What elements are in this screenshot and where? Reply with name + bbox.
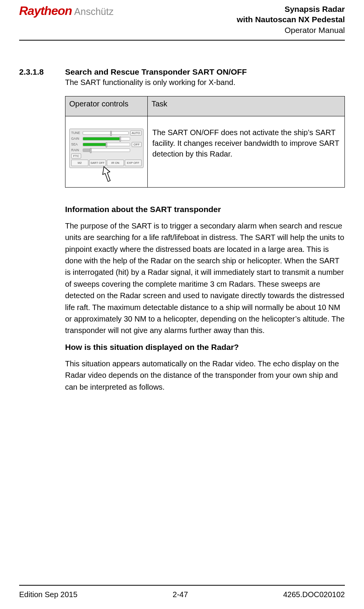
panel-label-gain: GAIN bbox=[71, 137, 81, 140]
subheading-display: How is this situation displayed on the R… bbox=[65, 343, 345, 352]
table-cell-task: The SART ON/OFF does not activate the sh… bbox=[148, 116, 345, 187]
panel-label-tune: TUNE bbox=[71, 131, 81, 135]
footer-page: 2-47 bbox=[173, 590, 188, 599]
radar-control-panel: TUNE AUTO GAIN OFF SEA bbox=[69, 129, 144, 168]
sea-slider[interactable] bbox=[83, 143, 130, 146]
footer-edition: Edition Sep 2015 bbox=[19, 590, 77, 599]
logo: Raytheon Anschütz bbox=[19, 4, 114, 18]
section-intro: The SART functionality is only working f… bbox=[65, 78, 345, 87]
rain-slider[interactable] bbox=[83, 149, 130, 152]
table-header-task: Task bbox=[148, 96, 345, 116]
subheading-info: Information about the SART transponder bbox=[65, 205, 345, 214]
page-footer: Edition Sep 2015 2-47 4265.DOC020102 bbox=[19, 585, 345, 599]
exp-button[interactable]: EXP OFF bbox=[125, 160, 142, 166]
panel-label-rain: RAIN bbox=[71, 148, 81, 152]
paragraph-display: This situation appears automatically on … bbox=[65, 358, 345, 393]
paragraph-info: The purpose of the SART is to trigger a … bbox=[65, 220, 345, 336]
off-button-2[interactable]: OFF bbox=[132, 142, 142, 147]
section-title: Search and Rescue Transponder SART ON/OF… bbox=[65, 67, 345, 77]
tune-slider[interactable] bbox=[83, 131, 129, 135]
operator-task-table: Operator controls Task TUNE AUTO GA bbox=[65, 96, 345, 188]
section-number: 2.3.1.8 bbox=[19, 67, 65, 77]
cursor-arrow-icon bbox=[100, 166, 114, 183]
svg-marker-0 bbox=[100, 166, 113, 182]
panel-label-sea: SEA bbox=[71, 142, 81, 146]
table-cell-controls: TUNE AUTO GAIN OFF SEA bbox=[65, 116, 148, 187]
m2-button[interactable]: M2 bbox=[71, 160, 88, 166]
header-title: Synapsis Radar with Nautoscan NX Pedesta… bbox=[237, 4, 345, 35]
logo-raytheon: Raytheon bbox=[19, 4, 72, 18]
auto-button[interactable]: AUTO bbox=[130, 131, 142, 136]
sart-button[interactable]: SART OFF bbox=[89, 160, 106, 166]
ir-button[interactable]: IR ON bbox=[107, 160, 124, 166]
logo-anschutz: Anschütz bbox=[74, 6, 114, 17]
page-header: Raytheon Anschütz Synapsis Radar with Na… bbox=[19, 0, 345, 41]
header-title-line1: Synapsis Radar bbox=[237, 4, 345, 14]
header-title-line2: with Nautoscan NX Pedestal bbox=[237, 14, 345, 24]
footer-doc: 4265.DOC020102 bbox=[283, 590, 345, 599]
header-title-line3: Operator Manual bbox=[237, 25, 345, 35]
ftc-button[interactable]: FTC bbox=[71, 153, 81, 158]
gain-slider[interactable] bbox=[83, 137, 130, 140]
table-header-controls: Operator controls bbox=[65, 96, 148, 116]
